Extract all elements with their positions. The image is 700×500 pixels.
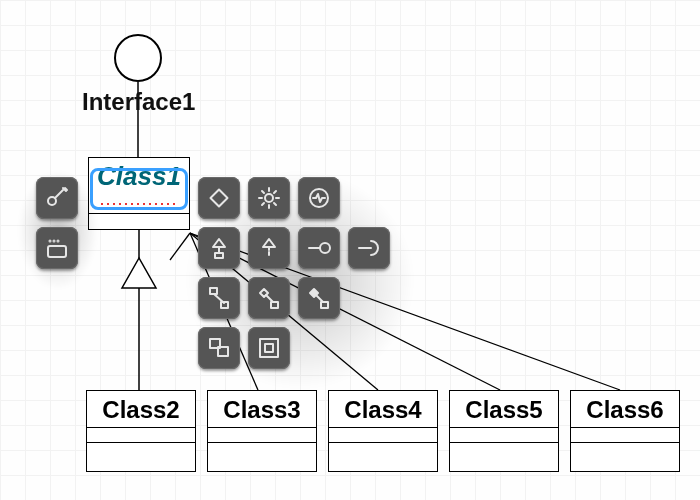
svg-marker-20 — [213, 239, 225, 247]
generalization-icon — [206, 235, 232, 261]
svg-line-10 — [55, 190, 63, 198]
class-attributes-section[interactable] — [329, 428, 437, 443]
add-operation-button[interactable] — [36, 227, 78, 269]
containment-icon — [206, 335, 232, 361]
aggregation-icon — [256, 285, 282, 311]
nesting-icon — [256, 335, 282, 361]
svg-rect-22 — [215, 253, 223, 258]
class-operations-section[interactable] — [329, 443, 437, 457]
interface-label[interactable]: Interface1 — [82, 88, 195, 116]
class-name-label[interactable]: Class2 — [87, 391, 195, 428]
class-attributes-section[interactable] — [450, 428, 558, 443]
svg-line-32 — [266, 295, 273, 302]
interface-lollipop[interactable] — [114, 34, 162, 82]
svg-point-16 — [58, 241, 59, 242]
svg-rect-17 — [211, 190, 228, 207]
class-node-class6[interactable]: Class6 — [570, 390, 680, 472]
lollipop-icon — [306, 235, 332, 261]
svg-rect-40 — [265, 344, 273, 352]
svg-marker-23 — [263, 239, 275, 247]
gear-icon — [256, 185, 282, 211]
spellcheck-underline — [100, 202, 178, 206]
key-plus-icon — [44, 185, 70, 211]
activity-icon — [306, 185, 332, 211]
diamond-icon — [206, 185, 232, 211]
aggregation-button[interactable] — [248, 277, 290, 319]
association-icon — [206, 285, 232, 311]
svg-point-26 — [320, 243, 330, 253]
svg-rect-33 — [271, 302, 278, 308]
class-attributes-section[interactable] — [571, 428, 679, 443]
class-attributes-section[interactable] — [87, 428, 195, 443]
required-interface-button[interactable] — [348, 227, 390, 269]
class-operations-section[interactable] — [87, 443, 195, 457]
containment-button[interactable] — [198, 327, 240, 369]
generalization-button[interactable] — [198, 227, 240, 269]
svg-rect-13 — [48, 246, 66, 257]
quick-edit-button[interactable] — [298, 177, 340, 219]
class-name-label[interactable]: Class4 — [329, 391, 437, 428]
svg-point-18 — [265, 194, 273, 202]
svg-rect-28 — [210, 288, 217, 294]
association-button[interactable] — [198, 277, 240, 319]
class-node-class2[interactable]: Class2 — [86, 390, 196, 472]
note-button[interactable] — [198, 177, 240, 219]
operation-icon — [44, 235, 70, 261]
class-name-label[interactable]: Class5 — [450, 391, 558, 428]
nesting-button[interactable] — [248, 327, 290, 369]
class-operations-section[interactable] — [208, 443, 316, 457]
add-attribute-button[interactable] — [36, 177, 78, 219]
svg-rect-30 — [221, 302, 228, 308]
svg-point-14 — [50, 241, 51, 242]
socket-icon — [356, 235, 382, 261]
class-node-class4[interactable]: Class4 — [328, 390, 438, 472]
svg-rect-36 — [321, 302, 328, 308]
class-name-label[interactable]: Class6 — [571, 391, 679, 428]
class-operations-section[interactable] — [450, 443, 558, 457]
diagram-canvas[interactable]: Interface1 Class1 — [0, 0, 700, 500]
composition-icon — [306, 285, 332, 311]
provided-interface-button[interactable] — [298, 227, 340, 269]
class-node-class3[interactable]: Class3 — [207, 390, 317, 472]
class-name-label[interactable]: Class3 — [208, 391, 316, 428]
composition-button[interactable] — [298, 277, 340, 319]
svg-line-12 — [65, 188, 67, 190]
class-operations-section[interactable] — [571, 443, 679, 457]
svg-point-15 — [54, 241, 55, 242]
class-attributes-section[interactable] — [208, 428, 316, 443]
class-node-class5[interactable]: Class5 — [449, 390, 559, 472]
class-operations-section[interactable] — [89, 214, 189, 228]
realization-icon — [256, 235, 282, 261]
settings-button[interactable] — [248, 177, 290, 219]
realization-button[interactable] — [248, 227, 290, 269]
svg-line-35 — [316, 295, 323, 302]
svg-rect-39 — [260, 339, 278, 357]
